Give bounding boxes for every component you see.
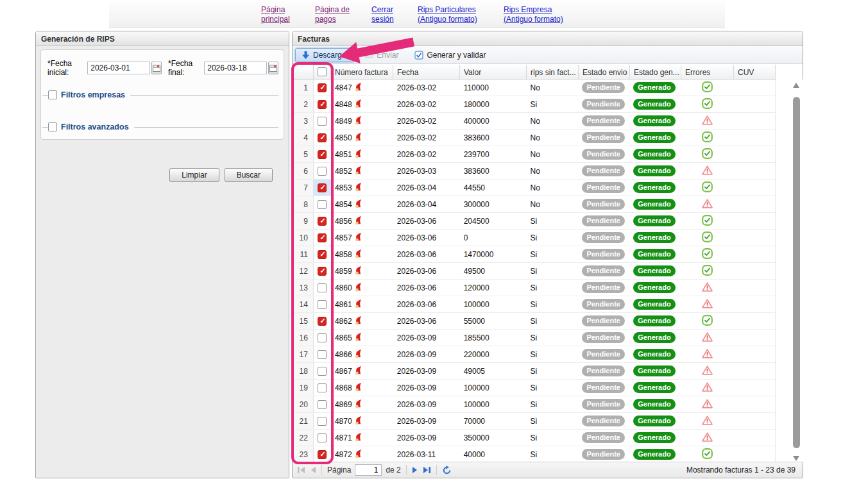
error-ok-icon[interactable]	[702, 215, 713, 228]
factura-document-icon[interactable]	[355, 349, 363, 360]
error-warning-icon[interactable]	[702, 349, 713, 360]
factura-document-icon[interactable]	[355, 449, 363, 460]
factura-document-icon[interactable]	[355, 315, 363, 327]
generar-validar-button[interactable]: Generar y validar	[409, 48, 491, 62]
error-ok-icon[interactable]	[702, 81, 713, 94]
error-ok-icon[interactable]	[702, 131, 713, 144]
row-checkbox[interactable]	[318, 250, 327, 259]
factura-document-icon[interactable]	[355, 132, 363, 144]
error-ok-icon[interactable]	[702, 448, 713, 461]
error-warning-icon[interactable]	[702, 432, 713, 444]
fecha-final-input[interactable]	[204, 62, 267, 74]
last-page-button[interactable]	[422, 466, 431, 474]
nav-rips-empresa[interactable]: Rips Empresa (Antiguo formato)	[504, 5, 573, 28]
row-checkbox[interactable]	[318, 217, 327, 226]
nav-pagina-principal[interactable]: Página principal	[261, 5, 298, 28]
scroll-up-arrow-icon[interactable]	[793, 83, 799, 88]
row-checkbox[interactable]	[318, 450, 327, 459]
refresh-button[interactable]	[442, 466, 452, 475]
factura-document-icon[interactable]	[355, 232, 363, 244]
error-ok-icon[interactable]	[702, 315, 713, 328]
error-ok-icon[interactable]	[702, 265, 713, 278]
error-warning-icon[interactable]	[702, 199, 713, 210]
row-checkbox[interactable]	[318, 100, 327, 109]
row-checkbox[interactable]	[318, 117, 327, 126]
fecha-final-calendar-button[interactable]	[268, 62, 278, 74]
row-checkbox[interactable]	[318, 283, 327, 292]
factura-document-icon[interactable]	[355, 215, 363, 227]
row-checkbox[interactable]	[318, 233, 327, 242]
page-number-input[interactable]	[355, 464, 382, 476]
row-checkbox[interactable]	[318, 317, 327, 326]
factura-document-icon[interactable]	[355, 282, 363, 294]
error-warning-icon[interactable]	[702, 416, 713, 427]
factura-document-icon[interactable]	[355, 365, 363, 377]
scroll-down-arrow-icon[interactable]	[793, 456, 799, 461]
error-warning-icon[interactable]	[702, 332, 713, 344]
factura-document-icon[interactable]	[355, 265, 363, 277]
error-ok-icon[interactable]	[702, 98, 713, 111]
row-checkbox[interactable]	[318, 400, 327, 409]
row-checkbox[interactable]	[318, 300, 327, 309]
column-estado-generacion[interactable]: Estado gen...	[630, 65, 681, 79]
factura-document-icon[interactable]	[355, 199, 363, 210]
row-checkbox[interactable]	[318, 83, 327, 92]
error-warning-icon[interactable]	[702, 382, 713, 394]
factura-document-icon[interactable]	[355, 149, 363, 160]
filtros-avanzados-checkbox[interactable]	[48, 122, 57, 131]
row-checkbox[interactable]	[318, 333, 327, 342]
select-all-checkbox[interactable]	[318, 67, 327, 76]
error-warning-icon[interactable]	[702, 365, 713, 377]
prev-page-button[interactable]	[310, 466, 316, 474]
row-checkbox[interactable]	[318, 367, 327, 376]
factura-document-icon[interactable]	[355, 82, 363, 94]
row-checkbox[interactable]	[318, 350, 327, 359]
row-checkbox[interactable]	[318, 150, 327, 159]
error-ok-icon[interactable]	[702, 148, 713, 161]
row-checkbox[interactable]	[318, 183, 327, 192]
row-checkbox[interactable]	[318, 133, 327, 142]
row-checkbox[interactable]	[318, 267, 327, 276]
column-numero-factura[interactable]: Número factura	[331, 65, 393, 79]
next-page-button[interactable]	[412, 466, 418, 474]
filtros-empresas-checkbox[interactable]	[48, 90, 57, 99]
error-warning-icon[interactable]	[702, 115, 713, 127]
factura-document-icon[interactable]	[355, 382, 363, 394]
row-checkbox[interactable]	[318, 433, 327, 442]
column-rips-sin-factura[interactable]: rips sin fact...	[527, 65, 579, 79]
nav-pagina-de-pagos[interactable]: Página de pagos	[315, 5, 355, 28]
buscar-button[interactable]: Buscar	[225, 168, 273, 182]
factura-document-icon[interactable]	[355, 332, 363, 344]
limpiar-button[interactable]: Limpiar	[169, 168, 219, 182]
fecha-inicial-input[interactable]	[87, 62, 150, 74]
factura-document-icon[interactable]	[355, 432, 363, 444]
descargar-button[interactable]: Descargar	[295, 48, 354, 62]
row-checkbox[interactable]	[318, 417, 327, 426]
factura-document-icon[interactable]	[355, 249, 363, 260]
factura-document-icon[interactable]	[355, 115, 363, 127]
vertical-scrollbar[interactable]	[792, 83, 801, 461]
error-warning-icon[interactable]	[702, 282, 713, 294]
factura-document-icon[interactable]	[355, 416, 363, 427]
error-ok-icon[interactable]	[702, 248, 713, 261]
enviar-button[interactable]: Enviar	[359, 48, 404, 62]
fecha-inicial-calendar-button[interactable]	[151, 62, 162, 74]
column-fecha[interactable]: Fecha	[393, 65, 460, 79]
row-checkbox[interactable]	[318, 200, 327, 209]
nav-rips-particulares[interactable]: Rips Particulares (Antiguo formato)	[418, 5, 487, 28]
error-ok-icon[interactable]	[702, 181, 713, 194]
factura-document-icon[interactable]	[355, 99, 363, 110]
column-errores[interactable]: Errores	[681, 65, 734, 79]
error-ok-icon[interactable]	[702, 231, 713, 244]
error-warning-icon[interactable]	[702, 165, 713, 177]
column-valor[interactable]: Valor	[460, 65, 527, 79]
factura-document-icon[interactable]	[355, 182, 363, 194]
factura-document-icon[interactable]	[355, 165, 363, 177]
nav-cerrar-sesion[interactable]: Cerrar sesión	[371, 5, 401, 28]
row-checkbox[interactable]	[318, 383, 327, 392]
row-checkbox[interactable]	[318, 167, 327, 176]
factura-document-icon[interactable]	[355, 399, 363, 410]
column-cuv[interactable]: CUV	[734, 65, 776, 79]
error-warning-icon[interactable]	[702, 299, 713, 310]
first-page-button[interactable]	[297, 466, 306, 474]
